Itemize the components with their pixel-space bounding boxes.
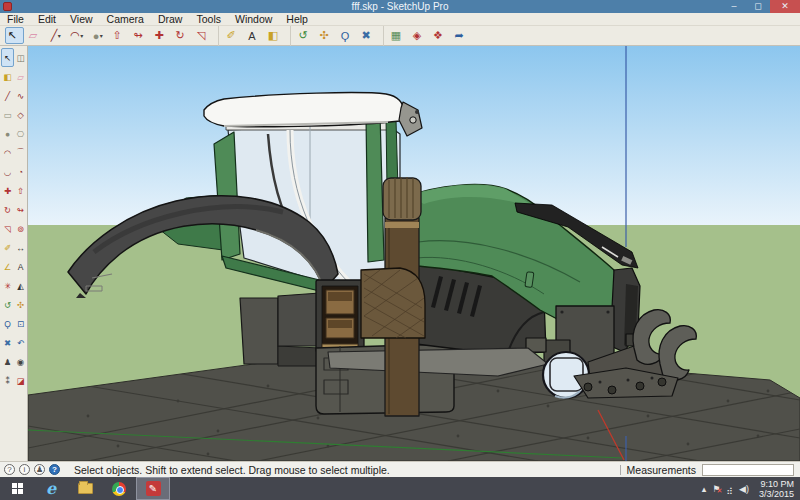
toolbar-construction-group: ✐A◧ xyxy=(219,26,291,46)
zoom-tool[interactable]: Ϙ xyxy=(338,27,357,44)
extension-warehouse-tool[interactable]: ❖ xyxy=(431,27,450,44)
maximize-button[interactable]: ◻ xyxy=(746,0,770,13)
folder-icon xyxy=(78,483,93,494)
zoom-extents-tool[interactable]: ✖ xyxy=(359,27,378,44)
three-point-arc-tool[interactable]: ◡ xyxy=(1,162,14,181)
scale-tool[interactable]: ◹ xyxy=(1,219,14,238)
select-tool[interactable]: ↖ xyxy=(5,27,24,44)
follow-me-tool[interactable]: ↬ xyxy=(131,27,150,44)
look-around-tool[interactable]: ◉ xyxy=(14,352,27,371)
dimension-tool[interactable]: ↔ xyxy=(14,238,27,257)
sketchup-taskbar-button[interactable]: ✎ xyxy=(136,477,170,500)
taskbar-clock[interactable]: 9:10 PM 3/3/2015 xyxy=(755,479,794,499)
status-separator xyxy=(620,465,621,475)
rotate-tool[interactable]: ↻ xyxy=(1,200,14,219)
geolocation-icon[interactable]: ? xyxy=(4,464,15,475)
Tools[interactable]: Tools xyxy=(189,13,228,26)
walk-tool[interactable]: ⁑ xyxy=(1,371,14,390)
eraser-tool[interactable]: ▱ xyxy=(26,27,45,44)
File[interactable]: File xyxy=(0,13,31,26)
tape-measure-tool[interactable]: ✐ xyxy=(224,27,243,44)
Draw[interactable]: Draw xyxy=(151,13,190,26)
arc-tool[interactable]: ◠▾ xyxy=(68,27,87,44)
freehand-tool[interactable]: ∿ xyxy=(14,86,27,105)
two-point-arc-tool[interactable]: ⌒ xyxy=(14,143,27,162)
circle-tool[interactable]: ●▾ xyxy=(89,27,108,44)
tape-measure-tool[interactable]: ✐ xyxy=(1,238,14,257)
undercarriage-band xyxy=(278,346,320,366)
credits-icon[interactable]: i xyxy=(19,464,30,475)
move-tool[interactable]: ✚ xyxy=(152,27,171,44)
tray-expand-icon[interactable]: ▴ xyxy=(702,484,707,494)
orbit-tool[interactable]: ↺ xyxy=(296,27,315,44)
title-bar[interactable]: fff.skp - SketchUp Pro – ◻ ✕ xyxy=(0,0,800,13)
rotate-tool[interactable]: ↻ xyxy=(173,27,192,44)
help-icon[interactable]: ? xyxy=(49,464,60,475)
follow-me-tool[interactable]: ↬ xyxy=(14,200,27,219)
rectangle-tool[interactable]: ▭ xyxy=(1,105,14,124)
orbit-tool[interactable]: ↺ xyxy=(1,295,14,314)
dropdown-caret-icon[interactable]: ▾ xyxy=(79,32,85,39)
pan-tool[interactable]: ✣ xyxy=(317,27,336,44)
rotated-rectangle-tool[interactable]: ◇ xyxy=(14,105,27,124)
Edit[interactable]: Edit xyxy=(31,13,63,26)
text-tool[interactable]: A xyxy=(245,27,264,44)
paint-bucket-tool[interactable]: ◧ xyxy=(266,27,285,44)
volume-icon[interactable]: ◀) xyxy=(739,484,749,494)
line-tool[interactable]: ╱ xyxy=(1,86,14,105)
menu-bar: File Edit View Camera Draw Tools Window … xyxy=(0,13,800,26)
toolbar-warehouse-group: ▦◈❖➦ xyxy=(384,26,476,46)
viewport-canvas[interactable] xyxy=(28,46,800,461)
clock-time: 9:10 PM xyxy=(759,479,794,489)
paint-bucket-tool[interactable]: ◧ xyxy=(1,67,14,86)
start-button[interactable] xyxy=(0,477,34,500)
push-pull-tool[interactable]: ⇧ xyxy=(110,27,129,44)
push-pull-tool[interactable]: ⇧ xyxy=(14,181,27,200)
measurements-input[interactable] xyxy=(702,464,794,476)
previous-view-tool[interactable]: ↶ xyxy=(14,333,27,352)
main-toolbar: ↖▱╱▾◠▾●▾⇧↬✚↻◹ ✐A◧ ↺✣Ϙ✖ ▦◈❖➦ xyxy=(0,26,800,46)
offset-tool[interactable]: ⊚ xyxy=(14,219,27,238)
section-plane-tool[interactable]: ◪ xyxy=(14,371,27,390)
sign-in-icon[interactable]: ♟ xyxy=(34,464,45,475)
file-explorer-button[interactable] xyxy=(68,477,102,500)
make-component-tool[interactable]: ◫ xyxy=(14,48,27,67)
3d-text-tool[interactable]: ◭ xyxy=(14,276,27,295)
chrome-icon xyxy=(112,482,126,496)
dropdown-caret-icon[interactable]: ▾ xyxy=(98,32,104,39)
Camera[interactable]: Camera xyxy=(100,13,151,26)
axes-tool[interactable]: ✳ xyxy=(1,276,14,295)
zoom-tool[interactable]: Ϙ xyxy=(1,314,14,333)
zoom-window-tool[interactable]: ⊡ xyxy=(14,314,27,333)
dropdown-caret-icon[interactable]: ▾ xyxy=(56,32,62,39)
line-tool[interactable]: ╱▾ xyxy=(47,27,66,44)
pan-tool[interactable]: ✣ xyxy=(14,295,27,314)
position-camera-tool[interactable]: ♟ xyxy=(1,352,14,371)
eraser-tool[interactable]: ▱ xyxy=(14,67,27,86)
sketchup-window: fff.skp - SketchUp Pro – ◻ ✕ File Edit V… xyxy=(0,0,800,500)
main-area: ↖ ◫ ◧ ▱ ╱ ∿ ▭ ◇ ● ⎔ ◠ ⌒ xyxy=(0,46,800,461)
Window[interactable]: Window xyxy=(228,13,279,26)
text-tool[interactable]: A xyxy=(14,257,27,276)
share-model-tool[interactable]: ➦ xyxy=(452,27,471,44)
network-icon[interactable]: ⣴ xyxy=(726,484,733,494)
zoom-extents-tool[interactable]: ✖ xyxy=(1,333,14,352)
model-scene xyxy=(28,46,800,461)
action-center-icon[interactable]: ⚑✕ xyxy=(712,484,720,494)
Help[interactable]: Help xyxy=(279,13,315,26)
internet-explorer-button[interactable]: e xyxy=(34,477,68,500)
circle-tool[interactable]: ● xyxy=(1,124,14,143)
chrome-button[interactable] xyxy=(102,477,136,500)
move-tool[interactable]: ✚ xyxy=(1,181,14,200)
View[interactable]: View xyxy=(63,13,100,26)
select-tool[interactable]: ↖ xyxy=(1,48,14,67)
get-models-tool[interactable]: ◈ xyxy=(410,27,429,44)
close-button[interactable]: ✕ xyxy=(770,0,800,13)
minimize-button[interactable]: – xyxy=(722,0,746,13)
arc-tool[interactable]: ◠ xyxy=(1,143,14,162)
add-location-tool[interactable]: ▦ xyxy=(389,27,408,44)
scale-tool[interactable]: ◹ xyxy=(194,27,213,44)
protractor-tool[interactable]: ∠ xyxy=(1,257,14,276)
pie-tool[interactable]: ◔ xyxy=(14,162,27,181)
polygon-tool[interactable]: ⎔ xyxy=(14,124,27,143)
